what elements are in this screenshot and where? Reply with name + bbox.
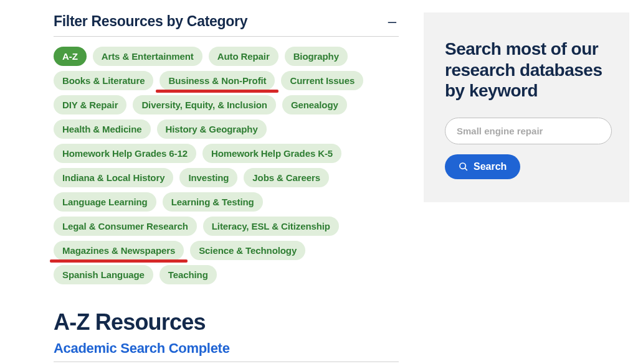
category-pill[interactable]: Homework Help Grades 6-12 bbox=[54, 144, 196, 163]
collapse-icon[interactable]: – bbox=[388, 12, 399, 30]
category-pill[interactable]: DIY & Repair bbox=[54, 95, 126, 114]
category-pill[interactable]: Arts & Entertainment bbox=[93, 47, 202, 66]
category-pill[interactable]: Auto Repair bbox=[209, 47, 279, 66]
category-pill[interactable]: Language Learning bbox=[54, 192, 156, 212]
category-pill[interactable]: Teaching bbox=[160, 265, 217, 284]
search-input[interactable] bbox=[445, 118, 612, 144]
filter-panel: Filter Resources by Category – A-ZArts &… bbox=[0, 12, 399, 362]
category-pill[interactable]: A-Z bbox=[54, 47, 87, 66]
category-pill[interactable]: Biography bbox=[285, 47, 348, 66]
results-heading: A-Z Resources bbox=[54, 309, 399, 335]
category-pill[interactable]: Spanish Language bbox=[54, 265, 153, 284]
filter-header[interactable]: Filter Resources by Category – bbox=[54, 12, 399, 37]
category-pill[interactable]: History & Geography bbox=[157, 119, 267, 139]
result-link[interactable]: Academic Search Complete bbox=[54, 340, 399, 362]
category-pill[interactable]: Learning & Testing bbox=[163, 192, 263, 212]
results-section: A-Z Resources Academic Search Complete bbox=[54, 309, 399, 362]
search-icon bbox=[459, 162, 469, 172]
category-pill[interactable]: Current Issues bbox=[281, 71, 363, 90]
highlight-underline bbox=[50, 259, 188, 263]
search-panel: Search most of our research databases by… bbox=[424, 12, 629, 202]
svg-line-1 bbox=[465, 168, 467, 170]
category-pill[interactable]: Science & Technology bbox=[190, 241, 305, 260]
category-pill[interactable]: Books & Literature bbox=[54, 71, 153, 90]
category-pill[interactable]: Homework Help Grades K-5 bbox=[202, 144, 341, 163]
category-pill[interactable]: Health & Medicine bbox=[54, 119, 151, 139]
category-pill[interactable]: Literacy, ESL & Citizenship bbox=[203, 217, 339, 236]
category-pill[interactable]: Investing bbox=[179, 168, 237, 187]
category-pill[interactable]: Jobs & Careers bbox=[244, 168, 329, 187]
category-pill[interactable]: Diversity, Equity, & Inclusion bbox=[133, 95, 276, 114]
category-pill[interactable]: Magazines & Newspapers bbox=[54, 241, 184, 260]
category-pill[interactable]: Indiana & Local History bbox=[54, 168, 173, 187]
highlight-underline bbox=[156, 90, 279, 93]
search-button[interactable]: Search bbox=[445, 154, 520, 179]
category-pill[interactable]: Legal & Consumer Research bbox=[54, 217, 197, 236]
category-pill[interactable]: Genealogy bbox=[282, 95, 347, 114]
category-pills: A-ZArts & EntertainmentAuto RepairBiogra… bbox=[54, 47, 399, 284]
category-pill[interactable]: Business & Non-Profit bbox=[160, 71, 275, 90]
search-button-label: Search bbox=[474, 161, 507, 172]
search-title: Search most of our research databases by… bbox=[445, 39, 612, 101]
filter-title: Filter Resources by Category bbox=[54, 13, 247, 30]
